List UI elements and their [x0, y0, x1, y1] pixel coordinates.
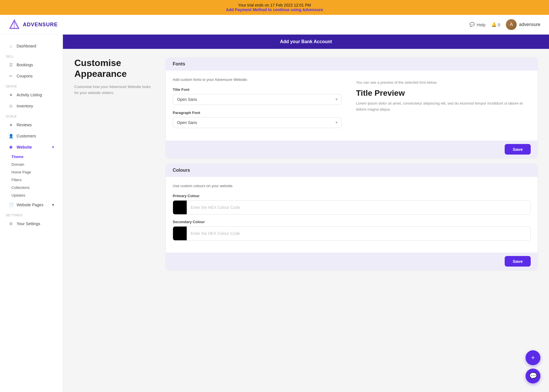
title-font-field: Title Font Open Sans Roboto Lato Montser…: [173, 87, 342, 105]
sidebar-item-dashboard[interactable]: ⌂ Dashboard: [2, 41, 60, 51]
website-pages-icon: 📄: [8, 202, 14, 208]
add-fab-button[interactable]: +: [526, 350, 540, 365]
trial-text: Your trial ends on 17 Feb 2023 12:01 PM: [238, 3, 311, 7]
notification-count: 0: [498, 22, 500, 27]
logo[interactable]: ADVENSURE: [9, 19, 58, 30]
bank-banner[interactable]: Add your Bank Account: [63, 35, 549, 49]
website-pages-chevron-icon: ▼: [51, 203, 55, 207]
fonts-inner: Add custom fonts to your Advensure Websi…: [173, 77, 531, 134]
preview-title: Title Preview: [356, 89, 525, 98]
fonts-right: You can see a preview of the selected fo…: [350, 77, 531, 134]
activity-icon: ★: [8, 92, 14, 98]
add-icon: +: [531, 354, 535, 361]
chat-fab-button[interactable]: 💬: [526, 369, 540, 383]
chat-icon: 💬: [529, 372, 537, 380]
sidebar-item-bookings[interactable]: ☰ Bookings: [2, 59, 60, 70]
sidebar-label-dashboard: Dashboard: [17, 44, 36, 48]
payment-link[interactable]: Add Payment Method to continue using Adv…: [226, 7, 323, 12]
title-font-select-wrap: Open Sans Roboto Lato Montserrat ▼: [173, 94, 342, 105]
secondary-colour-label: Secondary Colour: [173, 220, 531, 224]
reviews-icon: ★: [8, 122, 14, 128]
colours-header-label: Colours: [173, 168, 190, 173]
notification-button[interactable]: 🔔 0: [491, 22, 500, 27]
fonts-header-label: Fonts: [173, 61, 185, 66]
chat-icon: 💬: [470, 22, 475, 27]
title-font-label: Title Font: [173, 87, 342, 92]
sidebar-item-website-pages[interactable]: 📄 Website Pages ▼: [2, 199, 60, 210]
sidebar-sub-item-theme[interactable]: Theme: [11, 153, 63, 161]
colours-card: Colours Use custom colours on your websi…: [166, 164, 538, 270]
primary-colour-swatch[interactable]: [173, 201, 187, 214]
sidebar-section-serve: Serve: [0, 82, 63, 89]
title-font-select[interactable]: Open Sans Roboto Lato Montserrat: [173, 94, 342, 105]
page-description: Customise how your Advensure Website loo…: [74, 84, 154, 96]
sidebar-item-reviews[interactable]: ★ Reviews: [2, 119, 60, 130]
sidebar-label-coupons: Coupons: [17, 74, 33, 78]
sidebar-label-inventory: Inventory: [17, 104, 33, 108]
website-submenu: Theme Domain Home Page Filters Collectio…: [0, 153, 63, 199]
colours-save-button[interactable]: Save: [505, 256, 531, 267]
secondary-colour-input[interactable]: [187, 228, 530, 239]
bookings-icon: ☰: [8, 62, 14, 68]
dashboard-icon: ⌂: [8, 43, 14, 49]
avatar: A: [506, 19, 517, 30]
paragraph-font-select[interactable]: Open Sans Roboto Lato Montserrat: [173, 117, 342, 128]
sidebar-item-inventory[interactable]: ⊙ Inventory: [2, 101, 60, 111]
bank-banner-label: Add your Bank Account: [280, 39, 332, 44]
sidebar-item-website[interactable]: ⊕ Website ▼: [2, 142, 60, 153]
paragraph-font-select-wrap: Open Sans Roboto Lato Montserrat ▼: [173, 117, 342, 128]
sidebar-item-settings[interactable]: ⚙ Your Settings: [2, 218, 60, 229]
preview-body: Lorem ipsum dolor sit amet, consectetur …: [356, 101, 525, 113]
page-content: Customise Appearance Customise how your …: [63, 49, 549, 279]
fonts-left: Add custom fonts to your Advensure Websi…: [173, 77, 342, 134]
primary-colour-field: Primary Colour: [173, 194, 531, 215]
sidebar-item-activity-listing[interactable]: ★ Activity Listing: [2, 89, 60, 100]
fonts-save-button[interactable]: Save: [505, 144, 531, 155]
sidebar-sub-item-home-page[interactable]: Home Page: [11, 168, 63, 176]
bell-icon: 🔔: [491, 22, 497, 27]
paragraph-font-field: Paragraph Font Open Sans Roboto Lato Mon…: [173, 111, 342, 128]
coupons-icon: ✂: [8, 73, 14, 79]
settings-icon: ⚙: [8, 221, 14, 227]
trial-banner: Your trial ends on 17 Feb 2023 12:01 PM …: [0, 0, 549, 15]
sidebar-sub-item-filters[interactable]: Filters: [11, 176, 63, 184]
sidebar-label-bookings: Bookings: [17, 63, 33, 67]
page-left: Customise Appearance Customise how your …: [74, 57, 154, 270]
secondary-colour-input-wrap: [173, 226, 531, 241]
sidebar-label-website: Website: [17, 145, 32, 149]
primary-colour-label: Primary Colour: [173, 194, 531, 198]
username: advensure: [519, 22, 540, 27]
sidebar-sub-item-collections[interactable]: Collections: [11, 184, 63, 191]
sidebar-label-reviews: Reviews: [17, 123, 32, 127]
logo-icon: [9, 19, 20, 30]
inventory-icon: ⊙: [8, 103, 14, 109]
fab-container: + 💬: [526, 350, 540, 383]
website-chevron-icon: ▼: [51, 145, 55, 149]
preview-hint: You can see a preview of the selected fo…: [356, 80, 525, 85]
colours-card-body: Use custom colours on your website. Prim…: [166, 177, 538, 253]
sidebar-label-customers: Customers: [17, 134, 36, 138]
sidebar-label-website-pages: Website Pages: [17, 203, 43, 207]
header: ADVENSURE 💬 Help 🔔 0 A advensure: [0, 15, 549, 35]
sidebar-label-settings: Your Settings: [17, 221, 40, 226]
sidebar-item-customers[interactable]: 👤 Customers: [2, 131, 60, 141]
secondary-colour-field: Secondary Colour: [173, 220, 531, 241]
sidebar-section-settings: Settings: [0, 211, 63, 218]
fonts-card-header: Fonts: [166, 57, 538, 71]
help-button[interactable]: 💬 Help: [470, 22, 486, 27]
fonts-card-footer: Save: [166, 141, 538, 158]
layout: ⌂ Dashboard Sell ☰ Bookings ✂ Coupons Se…: [0, 35, 549, 392]
colours-card-footer: Save: [166, 253, 538, 270]
sidebar-sub-item-domain[interactable]: Domain: [11, 161, 63, 168]
sidebar-label-activity: Activity Listing: [17, 93, 42, 97]
primary-colour-input[interactable]: [187, 202, 530, 213]
page-right: Fonts Add custom fonts to your Advensure…: [166, 57, 538, 270]
help-label: Help: [477, 22, 486, 27]
paragraph-font-label: Paragraph Font: [173, 111, 342, 115]
logo-text: ADVENSURE: [23, 22, 58, 28]
secondary-colour-swatch[interactable]: [173, 227, 187, 240]
sidebar-sub-item-updates[interactable]: Updates: [11, 191, 63, 199]
sidebar-item-coupons[interactable]: ✂ Coupons: [2, 71, 60, 81]
user-menu[interactable]: A advensure: [506, 19, 540, 30]
sidebar-section-sell: Sell: [0, 52, 63, 59]
